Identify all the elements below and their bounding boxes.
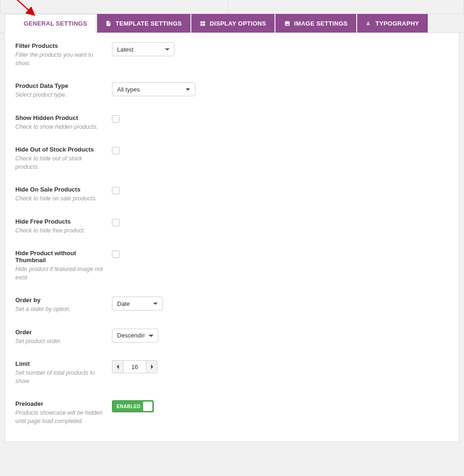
show-hidden-desc: Check to show hidden products. — [15, 123, 107, 132]
product-data-type-select[interactable]: All types — [112, 82, 196, 96]
order-label: Order — [15, 329, 107, 336]
hide-oos-label: Hide Out of Stock Products — [15, 146, 107, 153]
tab-image-settings[interactable]: IMAGE SETTINGS — [275, 14, 356, 33]
hide-oos-checkbox[interactable] — [112, 147, 119, 154]
hide-free-desc: Check to hide free product. — [15, 227, 107, 235]
file-pencil-icon — [105, 20, 112, 26]
hide-sale-desc: Check to hide on sale products. — [15, 195, 107, 203]
tab-label: GENERAL SETTINGS — [24, 20, 87, 27]
filter-products-label: Filter Products — [15, 42, 107, 49]
preloader-desc: Products showcase will be hidden until p… — [15, 409, 107, 425]
hide-no-thumb-desc: Hide product if featured image not exist — [15, 265, 107, 282]
limit-spinner — [112, 360, 157, 373]
limit-desc: Set number of total products to show. — [15, 369, 107, 385]
gear-icon — [13, 20, 20, 27]
hide-sale-label: Hide On Sale Products — [15, 186, 107, 193]
filter-products-select[interactable]: Latest — [112, 42, 175, 56]
tab-label: DISPLAY OPTIONS — [210, 20, 267, 27]
general-settings-panel: Filter Products Filter the products you … — [5, 33, 459, 442]
show-hidden-label: Show Hidden Product — [15, 114, 107, 121]
limit-decrement-button[interactable] — [112, 361, 124, 373]
product-data-type-desc: Select product type. — [15, 91, 107, 99]
show-hidden-checkbox[interactable] — [112, 115, 119, 123]
hide-no-thumb-label: Hide Product without Thumbnail — [15, 250, 107, 264]
hide-free-checkbox[interactable] — [112, 219, 119, 226]
preloader-toggle[interactable]: ENABLED — [112, 400, 154, 412]
product-data-type-label: Product Data Type — [15, 82, 107, 89]
preloader-label: Preloader — [15, 400, 107, 407]
filter-products-desc: Filter the products you want to show. — [15, 51, 107, 67]
tab-bar: GENERAL SETTINGS TEMPLATE SETTINGS DISPL… — [0, 14, 464, 33]
tab-label: IMAGE SETTINGS — [294, 20, 347, 27]
hide-free-label: Hide Free Products — [15, 218, 107, 225]
order-select[interactable]: Descending — [112, 329, 158, 343]
chevron-right-icon — [150, 364, 153, 369]
limit-input[interactable] — [124, 361, 146, 373]
order-by-desc: Set a order by option. — [15, 305, 107, 314]
limit-increment-button[interactable] — [146, 361, 157, 373]
tab-label: TYPOGRAPHY — [376, 20, 419, 27]
tab-typography[interactable]: TYPOGRAPHY — [357, 14, 428, 33]
top-toolbar — [0, 0, 464, 14]
order-by-select[interactable]: Date — [112, 297, 163, 311]
grid-icon — [200, 20, 206, 26]
tab-template-settings[interactable]: TEMPLATE SETTINGS — [97, 14, 190, 33]
hide-oos-desc: Check to hide out of stock products. — [15, 155, 107, 171]
order-desc: Set product order. — [15, 337, 107, 346]
chevron-left-icon — [117, 364, 119, 369]
tab-general-settings[interactable]: GENERAL SETTINGS — [5, 14, 96, 33]
hide-no-thumb-checkbox[interactable] — [112, 251, 119, 258]
image-icon — [284, 20, 290, 26]
limit-label: Limit — [15, 360, 107, 367]
toggle-knob — [143, 402, 152, 411]
toggle-state-label: ENABLED — [112, 404, 141, 409]
hide-sale-checkbox[interactable] — [112, 187, 119, 194]
tab-label: TEMPLATE SETTINGS — [116, 20, 182, 27]
order-by-label: Order by — [15, 297, 107, 304]
font-icon — [366, 20, 372, 26]
tab-display-options[interactable]: DISPLAY OPTIONS — [191, 14, 275, 33]
